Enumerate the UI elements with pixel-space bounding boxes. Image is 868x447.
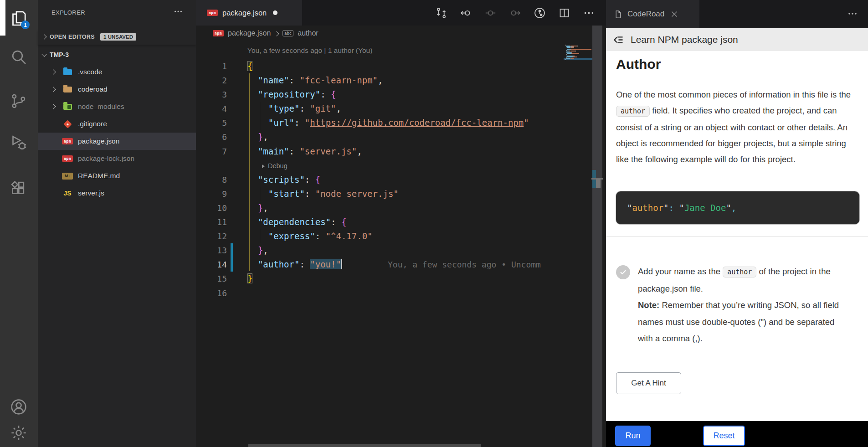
code-line-10[interactable]: 10 },	[196, 201, 565, 215]
line-number[interactable]: 15	[196, 272, 227, 286]
code-line-11[interactable]: 11 "dependencies": {	[196, 215, 565, 229]
workspace-root-folder[interactable]: TMP-3	[38, 47, 196, 62]
unsaved-dot-icon[interactable]	[273, 10, 277, 15]
code-line-16[interactable]: 16	[196, 286, 565, 300]
line-number[interactable]: 7	[196, 144, 227, 159]
code-line-9[interactable]: 9 "start": "node server.js"	[196, 187, 565, 201]
line-number[interactable]: 10	[196, 201, 227, 215]
explorer-more-actions-icon[interactable]	[173, 6, 183, 16]
file-tree-item-node-modules[interactable]: node_modules	[38, 98, 196, 115]
token: "	[524, 118, 529, 128]
run-and-debug-icon[interactable]	[10, 134, 28, 152]
indent-guide	[260, 229, 260, 243]
code-text: "name": "fcc-learn-npm",	[247, 73, 383, 87]
token: ,	[263, 132, 268, 142]
compare-changes-icon[interactable]	[435, 7, 447, 19]
chevron-right-icon	[274, 31, 279, 36]
extensions-icon[interactable]	[10, 179, 28, 197]
code-example-block: "author": "Jane Doe",	[616, 191, 859, 224]
line-number[interactable]: 8	[196, 173, 227, 187]
code-text: "start": "node server.js"	[247, 187, 399, 201]
chevron-right-icon	[41, 34, 46, 39]
code-line-8[interactable]: 8 "scripts": {	[196, 173, 565, 187]
codelens-debug-link[interactable]: Debug	[262, 160, 288, 171]
example-token: :	[669, 203, 679, 213]
hide-menu-icon[interactable]	[612, 34, 625, 46]
tab-package-json[interactable]: package.json	[196, 0, 302, 26]
token: {	[247, 61, 252, 71]
vertical-scrollbar[interactable]	[592, 26, 602, 447]
open-editors-section-header[interactable]: OPEN EDITORS 1 UNSAVED	[38, 29, 196, 45]
navigate-back-icon[interactable]	[460, 7, 472, 19]
code-line-4[interactable]: 4 "type": "git",	[196, 102, 565, 116]
token	[247, 231, 268, 241]
line-number[interactable]: 13	[196, 243, 227, 257]
close-icon[interactable]	[671, 10, 678, 18]
code-line-15[interactable]: 15}	[196, 272, 565, 286]
line-number[interactable]: 12	[196, 229, 227, 243]
token: :	[315, 231, 326, 241]
code-line-13[interactable]: 13 },	[196, 243, 565, 257]
line-number[interactable]: 16	[196, 286, 227, 300]
note-label: Note:	[638, 300, 659, 310]
file-tree-item-readme-md[interactable]: README.md	[38, 167, 196, 185]
line-number[interactable]: 6	[196, 130, 227, 144]
line-number[interactable]: 3	[196, 87, 227, 102]
line-number[interactable]: 14	[196, 257, 227, 272]
search-icon[interactable]	[10, 48, 28, 66]
source-control-icon[interactable]	[10, 92, 28, 110]
example-token: "	[663, 203, 668, 213]
token: "repository"	[258, 89, 320, 99]
code-line-14[interactable]: 14 "author": "you!"You, a few seconds ag…	[196, 257, 565, 272]
file-tree-item-coderoad[interactable]: coderoad	[38, 81, 196, 98]
breadcrumb-symbol[interactable]: author	[298, 29, 318, 37]
code-line-12[interactable]: 12 "express": "^4.17.0"	[196, 229, 565, 243]
line-number[interactable]: 9	[196, 187, 227, 201]
panel-more-actions-icon[interactable]	[847, 8, 858, 19]
file-tree-item--gitignore[interactable]: .gitignore	[38, 115, 196, 133]
file-name: .vscode	[78, 68, 102, 76]
timeline-branch-icon[interactable]	[534, 7, 546, 19]
token: {	[315, 175, 320, 185]
line-number[interactable]: 4	[196, 102, 227, 116]
files-icon[interactable]: 1	[10, 9, 28, 27]
horizontal-scrollbar[interactable]	[248, 444, 481, 447]
folder-icon	[62, 85, 73, 94]
file-tree-item-server-js[interactable]: server.js	[38, 185, 196, 202]
line-number[interactable]: 11	[196, 215, 227, 229]
settings-gear-icon[interactable]	[10, 424, 28, 442]
panel-tab-label: CodeRoad	[627, 10, 664, 19]
code-line-3[interactable]: 3 "repository": {	[196, 87, 565, 102]
npm-icon	[207, 10, 218, 16]
code-editor[interactable]: 1{2 "name": "fcc-learn-npm",3 "repositor…	[196, 59, 565, 300]
run-button[interactable]: Run	[615, 426, 651, 446]
code-line-1[interactable]: 1{	[196, 59, 565, 73]
token: ,	[263, 203, 268, 213]
code-text: "author": "you!"	[247, 257, 342, 272]
run-triangle-icon	[262, 164, 265, 168]
codelens-row[interactable]: Debug	[196, 159, 565, 173]
code-line-5[interactable]: 5 "url": "https://github.com/coderoad/fc…	[196, 116, 565, 130]
split-editor-icon[interactable]	[558, 7, 570, 19]
accounts-icon[interactable]	[10, 398, 28, 416]
file-tree-item-package-json[interactable]: package.json	[38, 133, 196, 150]
line-number[interactable]: 2	[196, 73, 227, 87]
line-number[interactable]: 5	[196, 116, 227, 130]
scrollbar-thumb[interactable]	[596, 179, 601, 188]
get-a-hint-button[interactable]: Get A Hint	[616, 372, 681, 394]
breadcrumb-file[interactable]: package.json	[228, 29, 271, 37]
minimap[interactable]	[565, 45, 592, 65]
code-text: {	[247, 59, 252, 73]
code-line-2[interactable]: 2 "name": "fcc-learn-npm",	[196, 73, 565, 87]
code-line-7[interactable]: 7 "main": "server.js",	[196, 144, 565, 159]
code-line-6[interactable]: 6 },	[196, 130, 565, 144]
file-tree-item-package-lock-json[interactable]: package-lock.json	[38, 150, 196, 167]
more-actions-icon[interactable]	[583, 7, 595, 19]
token: "express"	[268, 231, 315, 241]
line-number[interactable]: 1	[196, 59, 227, 73]
tab-coderoad[interactable]: CodeRoad	[606, 0, 699, 28]
reset-button[interactable]: Reset	[703, 426, 745, 446]
file-tree-item--vscode[interactable]: .vscode	[38, 63, 196, 81]
token: "name"	[258, 75, 289, 85]
token: "	[305, 118, 310, 128]
